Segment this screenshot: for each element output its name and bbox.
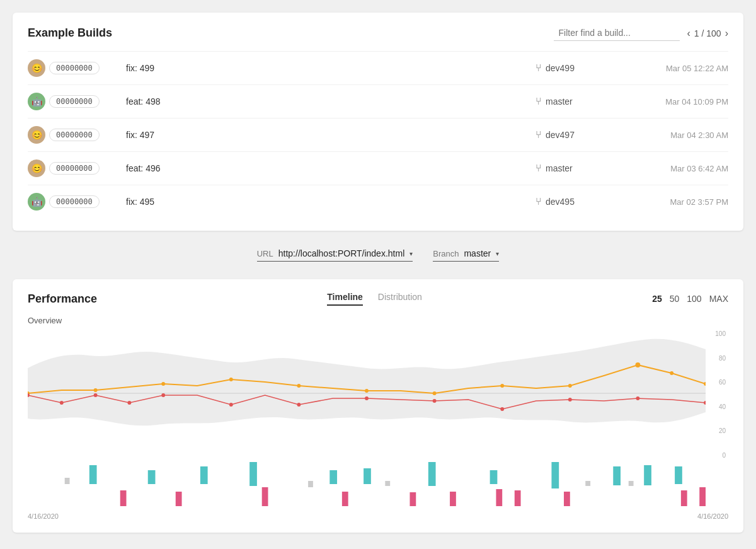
svg-rect-42 [410,492,416,506]
timeline-chart [28,330,706,456]
branch-name: master [546,163,573,173]
performance-card: Performance Timeline Distribution 25 50 … [13,279,743,533]
pagination-prev[interactable]: ‹ [687,28,690,39]
branch-name: dev499 [546,63,575,73]
svg-rect-48 [699,487,706,506]
bar-chart-wrapper [28,459,728,509]
branch-info: ⑂ dev495 [536,196,617,207]
controls-bar: URL http://localhost:PORT/index.html ▾ B… [13,241,743,269]
svg-point-22 [500,407,504,411]
y-80: 80 [709,355,726,362]
svg-point-8 [500,384,504,388]
commit-id: 00000000 [49,162,100,175]
build-row[interactable]: 😊 00000000 fix: 497 ⑂ dev497 Mar 04 2:30… [28,118,728,151]
build-name: fix: 495 [126,197,525,207]
build-badge: 😊 00000000 [28,159,116,177]
filter-input[interactable] [554,25,680,41]
url-control: URL http://localhost:PORT/index.html ▾ [257,248,413,262]
svg-point-6 [365,389,369,393]
count-50[interactable]: 50 [670,294,680,304]
builds-card: Example Builds ‹ 1 / 100 › 😊 00000000 fi… [13,13,743,231]
perf-title: Performance [28,292,97,306]
svg-rect-32 [428,462,436,486]
branch-name: dev497 [546,130,575,140]
svg-point-2 [94,388,98,392]
build-date: Mar 04 10:09 PM [627,97,728,107]
svg-point-11 [670,371,673,375]
build-badge: 😊 00000000 [28,59,116,77]
build-date: Mar 03 6:42 AM [627,164,728,173]
y-axis: 100 80 60 40 20 0 [709,330,728,459]
build-row[interactable]: 😊 00000000 feat: 496 ⑂ master Mar 03 6:4… [28,151,728,185]
build-date: Mar 04 2:30 AM [627,130,728,140]
branch-value[interactable]: master [464,248,491,258]
build-name: feat: 496 [126,163,525,173]
branch-label: Branch [433,249,459,258]
count-25[interactable]: 25 [652,294,662,304]
svg-rect-41 [342,492,348,506]
svg-rect-49 [65,478,70,484]
y-0: 0 [709,452,726,459]
build-row[interactable]: 🤖 00000000 feat: 498 ⑂ master Mar 04 10:… [28,84,728,118]
svg-rect-46 [564,492,570,506]
pagination: ‹ 1 / 100 › [687,28,728,39]
count-max[interactable]: MAX [709,294,728,304]
svg-rect-31 [364,468,371,484]
svg-point-4 [229,378,233,381]
branch-info: ⑂ dev499 [536,62,617,74]
build-badge: 😊 00000000 [28,126,116,144]
build-row[interactable]: 🤖 00000000 fix: 495 ⑂ dev495 Mar 02 3:57… [28,185,728,218]
builds-list: 😊 00000000 fix: 499 ⑂ dev499 Mar 05 12:2… [28,51,728,218]
builds-title: Example Builds [28,26,112,40]
svg-point-19 [297,403,301,407]
branch-name: dev495 [546,197,575,207]
url-value[interactable]: http://localhost:PORT/index.html [278,248,405,258]
avatar: 😊 [28,59,45,77]
perf-header: Performance Timeline Distribution 25 50 … [28,292,728,306]
svg-point-18 [229,403,233,407]
svg-rect-37 [675,466,682,484]
svg-point-5 [297,384,301,388]
build-date: Mar 05 12:22 AM [627,64,728,73]
build-date: Mar 02 3:57 PM [627,197,728,207]
url-label: URL [257,249,273,258]
url-dropdown-icon[interactable]: ▾ [410,250,413,257]
y-100: 100 [709,330,726,337]
y-20: 20 [709,427,726,434]
branch-icon: ⑂ [536,96,542,107]
y-60: 60 [709,379,726,386]
branch-name: master [546,96,573,107]
filter-pagination: ‹ 1 / 100 › [554,25,728,41]
build-badge: 🤖 00000000 [28,93,116,110]
branch-icon: ⑂ [536,129,542,141]
svg-rect-43 [450,492,456,506]
svg-rect-38 [120,490,127,506]
svg-point-16 [127,401,131,405]
overview-label: Overview [28,316,728,325]
svg-rect-53 [629,481,634,486]
commit-id: 00000000 [49,129,100,141]
tab-distribution[interactable]: Distribution [378,292,422,306]
svg-point-3 [161,382,165,386]
svg-rect-27 [148,470,156,484]
count-100[interactable]: 100 [687,294,701,304]
svg-rect-28 [200,466,208,484]
commit-id: 00000000 [49,195,100,208]
perf-tabs: Timeline Distribution [327,292,422,306]
branch-dropdown-icon[interactable]: ▾ [496,250,499,257]
branch-info: ⑂ dev497 [536,129,617,141]
bar-chart [28,459,706,506]
svg-point-23 [568,398,572,402]
branch-info: ⑂ master [536,163,617,174]
build-name: feat: 498 [126,96,525,107]
svg-rect-34 [551,462,559,488]
svg-point-14 [60,401,64,405]
pagination-next[interactable]: › [725,28,728,39]
svg-point-10 [635,362,640,367]
build-row[interactable]: 😊 00000000 fix: 499 ⑂ dev499 Mar 05 12:2… [28,51,728,84]
y-40: 40 [709,403,726,410]
svg-rect-29 [249,462,257,486]
branch-icon: ⑂ [536,62,542,74]
svg-point-9 [568,384,572,388]
tab-timeline[interactable]: Timeline [327,292,363,306]
